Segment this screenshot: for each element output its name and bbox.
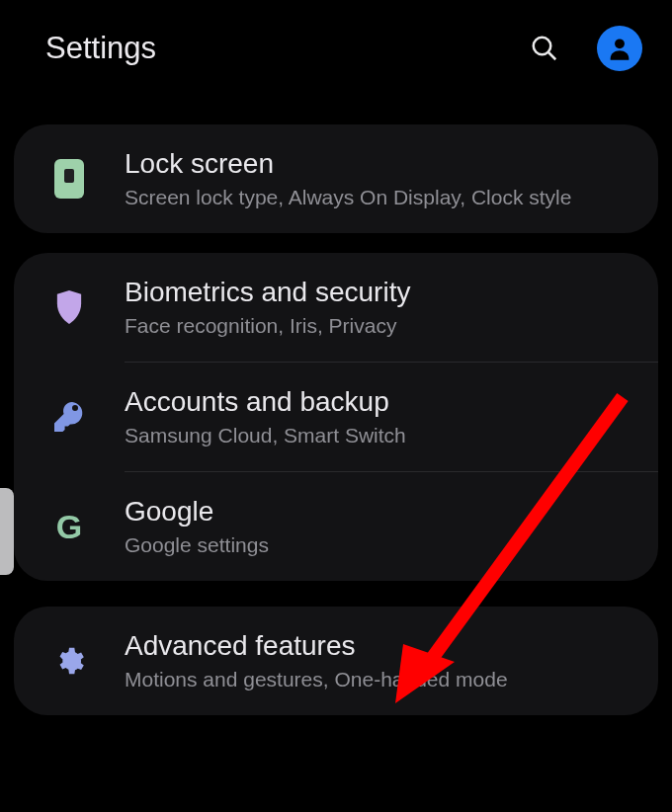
svg-point-0 — [534, 38, 551, 55]
row-subtitle: Samsung Cloud, Smart Switch — [125, 424, 636, 447]
settings-row-biometrics[interactable]: Biometrics and security Face recognition… — [14, 253, 658, 362]
cog-icon — [38, 645, 101, 677]
row-subtitle: Google settings — [125, 533, 636, 557]
settings-row-advanced-features[interactable]: Advanced features Motions and gestures, … — [14, 607, 658, 715]
key-icon — [38, 399, 101, 435]
row-title: Advanced features — [125, 630, 636, 662]
shield-icon — [38, 290, 101, 324]
google-icon: G — [38, 508, 101, 546]
header-actions — [530, 26, 642, 71]
page-title: Settings — [45, 31, 530, 66]
settings-row-google[interactable]: G Google Google settings — [14, 472, 658, 581]
settings-group: Lock screen Screen lock type, Always On … — [14, 124, 658, 233]
row-title: Lock screen — [125, 148, 636, 180]
svg-point-2 — [615, 39, 625, 48]
row-title: Google — [125, 496, 636, 528]
search-icon[interactable] — [530, 34, 559, 63]
scrollbar-thumb[interactable] — [0, 488, 14, 575]
settings-group: Biometrics and security Face recognition… — [14, 253, 658, 581]
header: Settings — [0, 0, 672, 93]
row-subtitle: Screen lock type, Always On Display, Clo… — [125, 186, 636, 209]
svg-line-1 — [548, 52, 555, 59]
settings-row-accounts[interactable]: Accounts and backup Samsung Cloud, Smart… — [14, 363, 658, 471]
row-title: Biometrics and security — [125, 277, 636, 308]
lock-icon — [38, 159, 101, 199]
profile-avatar[interactable] — [597, 26, 642, 71]
row-title: Accounts and backup — [125, 386, 636, 418]
row-subtitle: Motions and gestures, One-handed mode — [125, 668, 636, 691]
settings-row-lock-screen[interactable]: Lock screen Screen lock type, Always On … — [14, 124, 658, 233]
settings-group: Advanced features Motions and gestures, … — [14, 607, 658, 715]
row-subtitle: Face recognition, Iris, Privacy — [125, 314, 636, 338]
